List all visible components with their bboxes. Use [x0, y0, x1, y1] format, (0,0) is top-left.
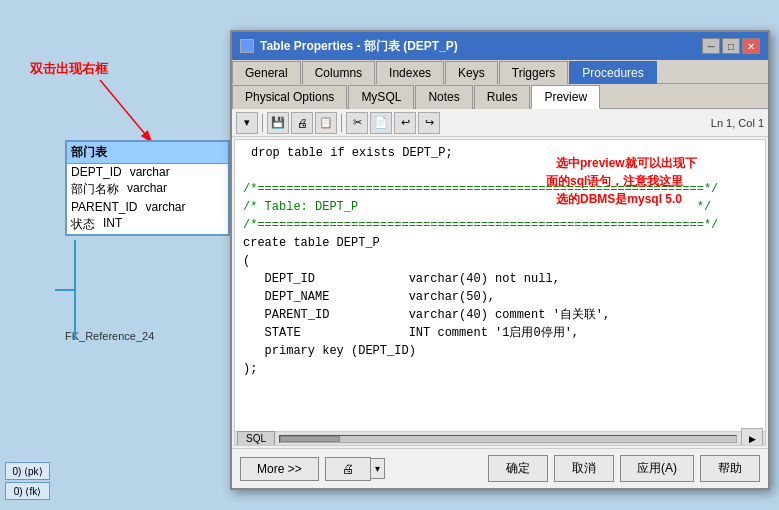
row-col2: varchar	[130, 165, 170, 179]
row-col1: 状态	[71, 216, 95, 233]
help-button[interactable]: 帮助	[700, 455, 760, 482]
toolbar-save-btn[interactable]: 💾	[267, 112, 289, 134]
table-row: 部门名称 varchar	[67, 180, 228, 199]
scroll-thumb[interactable]	[280, 436, 340, 442]
title-bar-left: Table Properties - 部门表 (DEPT_P)	[240, 38, 458, 55]
tab-indexes[interactable]: Indexes	[376, 61, 444, 84]
title-controls: ─ □ ✕	[702, 38, 760, 54]
tab-mysql[interactable]: MySQL	[348, 85, 414, 109]
table-row: 状态 INT	[67, 215, 228, 234]
toolbar-btn-1[interactable]: ▾	[236, 112, 258, 134]
tab-rules[interactable]: Rules	[474, 85, 531, 109]
db-table-title: 部门表	[71, 145, 107, 159]
tab-triggers[interactable]: Triggers	[499, 61, 569, 84]
cancel-button[interactable]: 取消	[554, 455, 614, 482]
title-bar: Table Properties - 部门表 (DEPT_P) ─ □ ✕	[232, 32, 768, 60]
scroll-track[interactable]	[279, 435, 737, 443]
table-row: DEPT_ID varchar	[67, 164, 228, 180]
table-row: PARENT_ID varchar	[67, 199, 228, 215]
code-area: drop table if exists DEPT_P; /*=========…	[234, 139, 766, 446]
tab-row-1: General Columns Indexes Keys Triggers Pr…	[232, 60, 768, 84]
tab-notes[interactable]: Notes	[415, 85, 472, 109]
toolbar-cut-btn[interactable]: ✂	[346, 112, 368, 134]
print-button-group: 🖨 ▾	[325, 457, 385, 481]
toolbar-copy-btn[interactable]: 📋	[315, 112, 337, 134]
print-button[interactable]: 🖨	[325, 457, 371, 481]
close-button[interactable]: ✕	[742, 38, 760, 54]
code-scrollbar-horizontal[interactable]: SQL ▶	[235, 431, 765, 445]
tab-row-2: Physical Options MySQL Notes Rules Previ…	[232, 84, 768, 109]
pk-icon[interactable]: 0) ⟨pk⟩	[5, 462, 50, 480]
tab-preview[interactable]: Preview	[531, 85, 600, 109]
toolbar-separator-1	[262, 114, 263, 132]
scroll-right-btn[interactable]: ▶	[741, 428, 763, 447]
toolbar-paste-btn[interactable]: 📄	[370, 112, 392, 134]
row-col1: PARENT_ID	[71, 200, 137, 214]
print-arrow-button[interactable]: ▾	[371, 458, 385, 479]
code-content[interactable]: drop table if exists DEPT_P; /*=========…	[235, 140, 765, 431]
toolbar-undo-btn[interactable]: ↩	[394, 112, 416, 134]
minimize-button[interactable]: ─	[702, 38, 720, 54]
dialog: Table Properties - 部门表 (DEPT_P) ─ □ ✕ Ge…	[230, 30, 770, 490]
icon-row-2: 0) ⟨fk⟩	[5, 482, 50, 500]
row-col2: varchar	[145, 200, 185, 214]
fk-icon[interactable]: 0) ⟨fk⟩	[5, 482, 50, 500]
toolbar: ▾ 💾 🖨 📋 ✂ 📄 ↩ ↪ Ln 1, Col 1	[232, 109, 768, 137]
bottom-icons-area: 0) ⟨pk⟩ 0) ⟨fk⟩	[5, 462, 50, 500]
tab-keys[interactable]: Keys	[445, 61, 498, 84]
tab-procedures[interactable]: Procedures	[569, 61, 656, 84]
row-col1: 部门名称	[71, 181, 119, 198]
tab-columns[interactable]: Columns	[302, 61, 375, 84]
toolbar-print-btn[interactable]: 🖨	[291, 112, 313, 134]
apply-button[interactable]: 应用(A)	[620, 455, 694, 482]
dialog-icon	[240, 39, 254, 53]
tab-general[interactable]: General	[232, 61, 301, 84]
db-table[interactable]: 部门表 DEPT_ID varchar 部门名称 varchar PARENT_…	[65, 140, 230, 236]
confirm-button[interactable]: 确定	[488, 455, 548, 482]
toolbar-status: Ln 1, Col 1	[711, 117, 764, 129]
toolbar-redo-btn[interactable]: ↪	[418, 112, 440, 134]
button-bar: More >> 🖨 ▾ 确定 取消 应用(A) 帮助	[232, 448, 768, 488]
more-button[interactable]: More >>	[240, 457, 319, 481]
sql-tab[interactable]: SQL	[237, 431, 275, 446]
maximize-button[interactable]: □	[722, 38, 740, 54]
row-col2: INT	[103, 216, 122, 233]
tab-physical-options[interactable]: Physical Options	[232, 85, 347, 109]
toolbar-separator-2	[341, 114, 342, 132]
row-col1: DEPT_ID	[71, 165, 122, 179]
db-table-header: 部门表	[67, 142, 228, 164]
row-col2: varchar	[127, 181, 167, 198]
dialog-title: Table Properties - 部门表 (DEPT_P)	[260, 38, 458, 55]
icon-row-1: 0) ⟨pk⟩	[5, 462, 50, 480]
fk-label: FK_Reference_24	[65, 330, 154, 342]
code-text: drop table if exists DEPT_P; /*=========…	[243, 142, 718, 380]
